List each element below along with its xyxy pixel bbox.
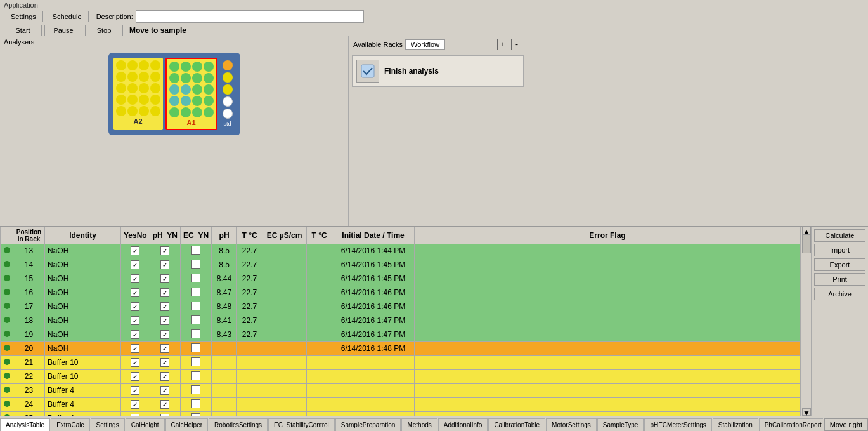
rack-visualization: A2 (0, 48, 348, 140)
analysers-panel: Analysers (0, 36, 349, 226)
tab-phecmetersettings[interactable]: pHECMeterSettings (644, 418, 711, 431)
table-row[interactable]: 18 NaOH ✓ ✓ 8.41 22.7 6/14/2016 1:47 PM (1, 314, 801, 328)
rack-a1-label: A1 (169, 119, 214, 126)
col-yesno: YesNo (121, 227, 150, 244)
col-ph-yn: pH_YN (150, 227, 180, 244)
col-t1: T °C (237, 227, 262, 244)
description-label: Description: (96, 13, 133, 20)
col-status (1, 227, 13, 244)
tab-roboticssettings[interactable]: RoboticsSettings (209, 418, 268, 431)
app-title: Application (4, 1, 864, 9)
table-row[interactable]: 14 NaOH ✓ ✓ 8.5 22.7 6/14/2016 1:45 PM (1, 258, 801, 272)
finish-analysis-label: Finish analysis (384, 67, 439, 76)
calculate-button[interactable]: Calculate (814, 229, 865, 242)
rack-a2-label: A2 (116, 117, 160, 125)
table-row[interactable]: 19 NaOH ✓ ✓ 8.43 22.7 6/14/2016 1:47 PM (1, 328, 801, 341)
table-row[interactable]: 15 NaOH ✓ ✓ 8.44 22.7 6/14/2016 1:45 PM (1, 272, 801, 286)
import-button[interactable]: Import (814, 244, 865, 256)
remove-rack-button[interactable]: - (511, 39, 522, 50)
print-button[interactable]: Print (814, 273, 865, 286)
rack-std-label: std (223, 121, 233, 127)
table-row[interactable]: 21 Buffer 10 ✓ ✓ (1, 355, 801, 369)
description-input[interactable] (136, 10, 364, 23)
tab-stabilization[interactable]: Stabilization (713, 418, 758, 431)
add-rack-button[interactable]: + (497, 39, 508, 50)
checkmark-icon (360, 63, 375, 79)
pause-button[interactable]: Pause (44, 25, 82, 36)
finish-analysis-icon (356, 60, 379, 83)
table-row[interactable]: 24 Buffer 4 ✓ ✓ (1, 397, 801, 411)
col-ec: EC µS/cm (262, 227, 307, 244)
move-right-button[interactable]: Move right (824, 418, 868, 431)
col-flag: Error Flag (415, 227, 801, 244)
action-buttons-panel: Calculate Import Export Print Archive (811, 227, 868, 416)
table-row[interactable]: 23 Buffer 4 ✓ ✓ (1, 383, 801, 397)
col-ph: pH (212, 227, 237, 244)
app-bar: Application Settings Schedule Descriptio… (0, 0, 868, 36)
tab-extracalc[interactable]: ExtraCalc (51, 418, 89, 431)
table-row[interactable]: 25 Buffer 4 ✓ ✓ (1, 411, 801, 416)
start-button[interactable]: Start (4, 25, 42, 36)
rack-a1[interactable]: A1 (165, 58, 217, 130)
export-button[interactable]: Export (814, 258, 865, 271)
tab-calibrationtable[interactable]: CalibrationTable (488, 418, 545, 431)
tab-calheight[interactable]: CalHeight (126, 418, 165, 431)
rack-a2[interactable]: A2 (113, 58, 163, 130)
col-position: Positionin Rack (13, 227, 45, 244)
tab-sampletype[interactable]: SampleType (597, 418, 644, 431)
move-to-sample-label: Move to sample (129, 26, 186, 35)
table-row[interactable]: 13 NaOH ✓ ✓ 8.5 22.7 6/14/2016 1:44 PM (1, 244, 801, 258)
archive-button[interactable]: Archive (814, 288, 865, 300)
col-identity: Identity (45, 227, 121, 244)
tab-phcalibrationreport[interactable]: PhCalibrationReport (759, 418, 823, 431)
tab-analysistable[interactable]: AnalysisTable (0, 418, 50, 431)
analysers-label: Analysers (0, 36, 348, 48)
table-row[interactable]: 17 NaOH ✓ ✓ 8.48 22.7 6/14/2016 1:46 PM (1, 300, 801, 314)
available-racks-label: Available Racks (353, 41, 403, 48)
stop-button[interactable]: Stop (85, 25, 123, 36)
tab-ec-stabilitycontrol[interactable]: EC_StabilityControl (268, 418, 335, 431)
workflow-tab[interactable]: Workflow (405, 39, 445, 50)
table-row[interactable]: 22 Buffer 10 ✓ ✓ (1, 369, 801, 383)
settings-button[interactable]: Settings (4, 11, 43, 22)
rack-std[interactable]: std (220, 58, 235, 130)
tab-calchelper[interactable]: CalcHelper (165, 418, 208, 431)
table-row[interactable]: 20 NaOH ✓ ✓ 6/14/2016 1:48 PM (1, 341, 801, 355)
table-row[interactable]: 16 NaOH ✓ ✓ 8.47 22.7 6/14/2016 1:46 PM (1, 286, 801, 300)
col-t2: T °C (307, 227, 332, 244)
data-table: Positionin Rack Identity YesNo pH_YN EC_… (0, 227, 801, 416)
right-panel: Available Racks Workflow + - Finish anal… (349, 36, 526, 226)
schedule-button[interactable]: Schedule (46, 11, 89, 22)
tab-motorsettings[interactable]: MotorSettings (546, 418, 597, 431)
tab-settings[interactable]: Settings (91, 418, 125, 431)
tab-samplepreparation[interactable]: SamplePreparation (335, 418, 401, 431)
tab-additionalinfo[interactable]: AdditionalInfo (438, 418, 488, 431)
tab-methods[interactable]: Methods (401, 418, 437, 431)
bottom-tabs: AnalysisTableExtraCalcSettingsCalHeightC… (0, 416, 868, 431)
col-date: Initial Date / Time (332, 227, 415, 244)
col-ec-yn: EC_YN (181, 227, 212, 244)
finish-analysis-button[interactable]: Finish analysis (352, 55, 524, 87)
